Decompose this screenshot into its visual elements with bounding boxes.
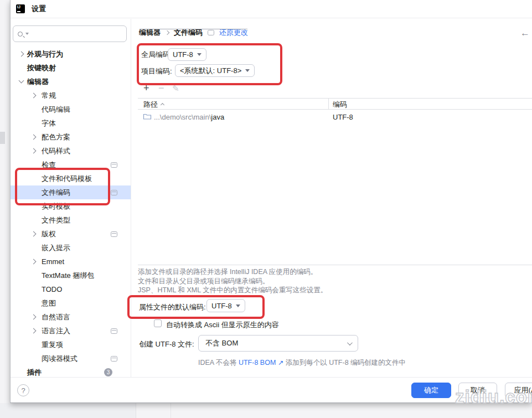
intellij-logo-icon: IJ [16, 4, 25, 13]
settings-tree: 外观与行为 按键映射 编辑器 常规 代码编辑 字体 配色方案 [11, 47, 131, 379]
bom-note: IDEA 不会将 UTF-8 BOM ↗ 添加到每个以 UTF-8 编码创建的文… [198, 358, 406, 368]
column-header-encoding[interactable]: 编码 [333, 100, 347, 110]
utf8-bom-link[interactable]: UTF-8 BOM [239, 359, 276, 367]
ide-scope-icon [111, 231, 117, 237]
dropdown-arrow-icon [236, 305, 240, 307]
screenshot-root: IJ 设置 外观与行为 按键映射 编辑器 常规 [0, 0, 532, 418]
sidebar-item-appearance[interactable]: 外观与行为 [11, 47, 131, 61]
search-history-chevron-icon[interactable] [25, 33, 29, 35]
background-window-fragment [0, 132, 5, 144]
search-icon [18, 32, 23, 37]
cancel-button[interactable]: 取消 [458, 383, 497, 398]
dropdown-arrow-icon [197, 53, 202, 56]
sidebar-divider [131, 19, 131, 377]
background-divider [136, 403, 136, 418]
ide-scope-icon [208, 30, 214, 35]
table-row-path[interactable]: ...\demo\src\main\java [154, 113, 224, 121]
sidebar-item-keymap[interactable]: 按键映射 [11, 61, 131, 75]
sidebar-item-reader-mode[interactable]: 阅读器模式 [11, 352, 131, 365]
create-utf8-label: 创建 UTF-8 文件: [139, 339, 194, 349]
sidebar-item-file-encodings[interactable]: 文件编码 [11, 185, 131, 199]
project-encoding-dropdown[interactable]: <系统默认: UTF-8> [175, 64, 255, 77]
table-bottom-border [138, 265, 532, 265]
column-divider[interactable] [328, 99, 329, 109]
settings-search-input[interactable] [13, 25, 127, 42]
question-mark-icon: ? [21, 386, 25, 395]
sidebar-item-code-editing[interactable]: 代码编辑 [11, 102, 131, 116]
remove-path-button[interactable]: − [158, 83, 164, 93]
plugins-count-badge: 3 [104, 368, 112, 376]
help-text: 添加文件或目录的路径并选择 IntelliJ IDEA 应使用的编码。 文件和目… [138, 267, 327, 295]
sidebar-item-inlay-hints[interactable]: 嵌入提示 [11, 241, 131, 255]
dropdown-arrow-icon [245, 69, 250, 72]
sidebar-item-inspections[interactable]: 检查 [11, 158, 131, 172]
ide-scope-icon [111, 190, 117, 195]
background-panel [0, 403, 136, 418]
settings-dialog: IJ 设置 外观与行为 按键映射 编辑器 常规 [10, 0, 532, 403]
table-header-border [138, 109, 532, 110]
sidebar-item-file-types[interactable]: 文件类型 [11, 213, 131, 227]
bom-dropdown[interactable]: 不含 BOM [198, 335, 358, 352]
sidebar-item-code-style[interactable]: 代码样式 [11, 144, 131, 158]
column-header-path[interactable]: 路径 [143, 100, 164, 110]
back-arrow-icon[interactable]: ← [520, 28, 530, 39]
sidebar-item-live-templates[interactable]: 实时模板 [11, 199, 131, 213]
sidebar-item-color-scheme[interactable]: 配色方案 [11, 130, 131, 144]
ascii-transparent-label: 自动转换成 Ascii 但显示原生的内容 [166, 320, 279, 330]
sidebar-item-natural-languages[interactable]: 自然语言 [11, 310, 131, 324]
ascii-transparent-checkbox[interactable] [154, 319, 162, 327]
dropdown-chevron-icon [347, 340, 353, 345]
help-button[interactable]: ? [17, 384, 29, 396]
breadcrumb-separator-icon [165, 30, 169, 35]
background-divider [171, 403, 171, 418]
ok-button[interactable]: 确定 [411, 383, 451, 398]
sidebar-item-duplicates[interactable]: 重复项 [11, 338, 131, 352]
properties-encoding-label: 属性文件的默认编码: [139, 302, 206, 312]
project-encoding-label: 项目编码: [141, 66, 172, 76]
sidebar-item-language-injections[interactable]: 语言注入 [11, 324, 131, 338]
ide-scope-icon [111, 162, 117, 168]
add-path-button[interactable]: + [143, 83, 149, 93]
sidebar-item-intentions[interactable]: 意图 [11, 296, 131, 310]
window-title: 设置 [32, 4, 46, 14]
sidebar-item-emmet[interactable]: Emmet [11, 255, 131, 269]
sidebar-item-todo[interactable]: TODO [11, 282, 131, 296]
ide-scope-icon [111, 328, 117, 334]
folder-icon [143, 112, 152, 120]
ide-scope-icon [111, 356, 117, 362]
sidebar-item-font[interactable]: 字体 [11, 116, 131, 130]
breadcrumb: 编辑器 文件编码 还原更改 [139, 28, 248, 38]
external-link-icon[interactable]: ↗ [278, 359, 283, 367]
sidebar-item-editor[interactable]: 编辑器 [11, 75, 131, 89]
edit-path-button[interactable]: ✎ [172, 84, 179, 94]
sidebar-item-general[interactable]: 常规 [11, 89, 131, 102]
sort-asc-icon [161, 103, 164, 107]
sidebar-item-file-templates[interactable]: 文件和代码模板 [11, 172, 131, 185]
sidebar-item-textmate[interactable]: TextMate 捆绑包 [11, 269, 131, 282]
sidebar-item-copyright[interactable]: 版权 [11, 227, 131, 241]
titlebar: IJ 设置 [11, 0, 532, 18]
apply-button[interactable]: 应用(A [505, 383, 532, 398]
table-top-border [138, 98, 532, 99]
table-row-encoding[interactable]: UTF-8 [333, 113, 353, 121]
properties-encoding-dropdown[interactable]: UTF-8 [206, 299, 245, 312]
global-encoding-dropdown[interactable]: UTF-8 [168, 48, 206, 61]
footer-divider [11, 377, 532, 378]
